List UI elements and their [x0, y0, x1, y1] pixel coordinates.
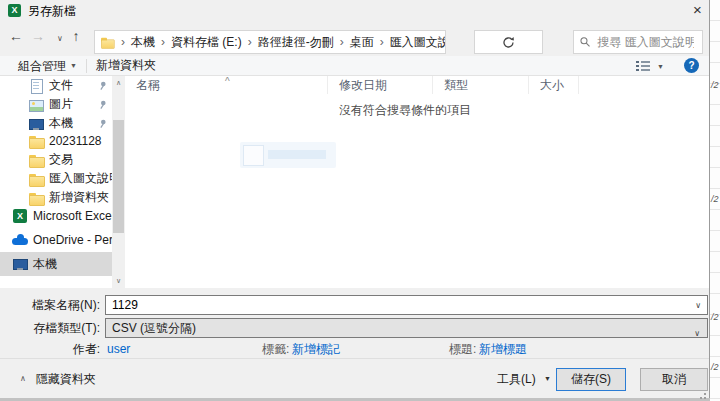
address-bar: ← → ∨ ↑ › 本機 › 資料存檔 (E:) › 路徑捷徑-勿刪 › 桌面 … — [0, 22, 709, 56]
column-header-name[interactable]: 名稱 ^ — [125, 76, 327, 94]
sidebar-item-label: 本機 — [49, 115, 73, 132]
cancel-button[interactable]: 取消 — [640, 368, 708, 391]
column-header-size[interactable]: 大小 — [528, 76, 578, 94]
forward-icon: → — [28, 28, 48, 44]
breadcrumb-separator-icon: › — [334, 35, 350, 49]
pin-icon — [98, 100, 107, 110]
chevron-up-icon: ∧ — [20, 374, 26, 383]
filename-combo: ∨ — [105, 295, 708, 315]
documents-icon — [28, 78, 44, 94]
onedrive-icon — [12, 232, 28, 248]
add-title-link[interactable]: 新增標題 — [479, 341, 527, 357]
sort-ascending-icon: ^ — [225, 73, 230, 91]
pin-icon — [98, 119, 107, 129]
chevron-down-icon[interactable]: ∨ — [695, 301, 701, 310]
background-text-fragment: /2 — [711, 194, 719, 204]
views-icon[interactable] — [636, 60, 650, 72]
command-toolbar: 組合管理▼ 新增資料夾 ▼ ? — [0, 56, 709, 76]
scroll-up-icon[interactable]: ∧ — [112, 76, 125, 90]
file-fields: 檔案名稱(N): ∨ 存檔類型(T): CSV (逗號分隔) ∨ 作者: use… — [0, 288, 709, 358]
toolbar-divider — [86, 59, 87, 73]
folder-icon — [28, 152, 44, 168]
sidebar-item-label: 匯入圖文說明 — [49, 170, 112, 187]
chevron-down-icon: ∨ — [694, 325, 700, 343]
background-text-fragment: /2 — [711, 362, 719, 372]
column-headers: 名稱 ^ 修改日期 類型 大小 — [125, 76, 709, 94]
folder-icon — [28, 133, 44, 149]
excel-icon — [13, 209, 27, 223]
sidebar-item-documents[interactable]: 文件 — [0, 76, 112, 95]
close-icon[interactable]: × — [686, 0, 709, 22]
breadcrumb-item[interactable]: 匯入圖文說明 — [390, 34, 446, 51]
sidebar-scrollbar[interactable]: ∧ ∨ — [112, 76, 125, 288]
computer-icon — [12, 256, 28, 272]
computer-icon — [28, 116, 44, 132]
filetype-label: 存檔類型(T): — [0, 318, 100, 338]
folder-icon — [28, 171, 44, 187]
filetype-value: CSV (逗號分隔) — [112, 321, 196, 335]
window-title: 另存新檔 — [28, 0, 76, 22]
scrollbar-thumb[interactable] — [113, 120, 124, 233]
back-icon[interactable]: ← — [6, 28, 26, 44]
sidebar-item-label: 交易 — [49, 151, 73, 168]
sidebar-item-this-pc[interactable]: 本機 — [0, 252, 112, 276]
add-tag-link[interactable]: 新增標記 — [292, 341, 340, 357]
title-label: 標題: — [449, 341, 476, 357]
filename-input[interactable] — [105, 295, 708, 315]
column-header-type[interactable]: 類型 — [432, 76, 528, 94]
tools-menu[interactable]: 工具(L) — [497, 371, 536, 388]
breadcrumb-separator-icon: › — [242, 35, 258, 49]
sidebar-item-folder[interactable]: 匯入圖文說明 — [0, 169, 112, 188]
refresh-button[interactable] — [474, 30, 543, 54]
background-text-fragment: /2 — [711, 80, 719, 90]
chevron-down-icon: ▼ — [70, 62, 77, 69]
sidebar-item-folder[interactable]: 20231128 — [0, 131, 112, 150]
ghost-item-artifact — [240, 142, 336, 168]
resize-grip[interactable] — [704, 393, 706, 395]
sidebar-item-label: Microsoft Excel — [33, 209, 112, 223]
search-input[interactable] — [595, 34, 696, 50]
sidebar-item-label: 文件 — [49, 77, 73, 94]
search-icon — [580, 36, 590, 48]
pin-icon — [98, 81, 107, 91]
scroll-down-icon[interactable]: ∨ — [112, 274, 125, 288]
navigation-pane: 文件 圖片 本機 — [0, 76, 125, 288]
breadcrumb[interactable]: › 本機 › 資料存檔 (E:) › 路徑捷徑-勿刪 › 桌面 › 匯入圖文說明… — [94, 30, 446, 54]
up-icon[interactable]: ↑ — [66, 28, 86, 44]
sidebar-item-pictures[interactable]: 圖片 — [0, 95, 112, 114]
author-label: 作者: — [0, 341, 100, 357]
chevron-down-icon[interactable]: ▼ — [657, 63, 664, 70]
search-box[interactable] — [573, 30, 703, 54]
sidebar-item-onedrive[interactable]: OneDrive - Perso — [0, 228, 112, 252]
tags-label: 標籤: — [262, 341, 289, 357]
breadcrumb-item[interactable]: 桌面 — [350, 34, 374, 51]
filename-label: 檔案名稱(N): — [0, 295, 100, 315]
new-folder-button[interactable]: 新增資料夾 — [96, 56, 156, 75]
breadcrumb-item[interactable]: 路徑捷徑-勿刪 — [258, 34, 334, 51]
help-button[interactable]: ? — [684, 58, 699, 73]
main-area: 文件 圖片 本機 — [0, 76, 709, 288]
excel-app-icon — [8, 4, 21, 17]
pictures-icon — [28, 97, 44, 113]
sidebar-item-label: 圖片 — [49, 96, 73, 113]
title-bar: 另存新檔 × — [0, 0, 709, 22]
sidebar-item-label: OneDrive - Perso — [33, 233, 112, 247]
breadcrumb-item[interactable]: 資料存檔 (E:) — [171, 34, 242, 51]
sidebar-item-label: 20231128 — [49, 134, 102, 148]
organize-menu[interactable]: 組合管理▼ — [18, 56, 77, 76]
save-as-dialog: 另存新檔 × ← → ∨ ↑ › 本機 › 資料存檔 (E:) › 路徑捷徑-勿… — [0, 0, 710, 398]
chevron-down-icon[interactable]: ▼ — [544, 375, 551, 382]
screen: /2 /2 /2 /2 另存新檔 × ← → ∨ ↑ › 本機 › 資料存檔 (… — [0, 0, 720, 401]
breadcrumb-separator-icon: › — [374, 35, 390, 49]
hide-folders-button[interactable]: ∧隱藏資料夾 — [20, 371, 96, 388]
author-link[interactable]: user — [107, 341, 130, 357]
sidebar-item-microsoft-excel[interactable]: Microsoft Excel — [0, 204, 112, 228]
filetype-select[interactable]: CSV (逗號分隔) ∨ — [105, 318, 708, 338]
background-window-strip: /2 /2 /2 /2 — [710, 0, 720, 401]
sidebar-item-folder[interactable]: 交易 — [0, 150, 112, 169]
column-header-date-modified[interactable]: 修改日期 — [327, 76, 432, 94]
breadcrumb-item[interactable]: 本機 — [131, 34, 155, 51]
dialog-footer: ∧隱藏資料夾 工具(L) ▼ 儲存(S) 取消 — [0, 358, 709, 398]
save-button[interactable]: 儲存(S) — [556, 368, 626, 391]
breadcrumb-separator-icon: › — [115, 35, 131, 49]
